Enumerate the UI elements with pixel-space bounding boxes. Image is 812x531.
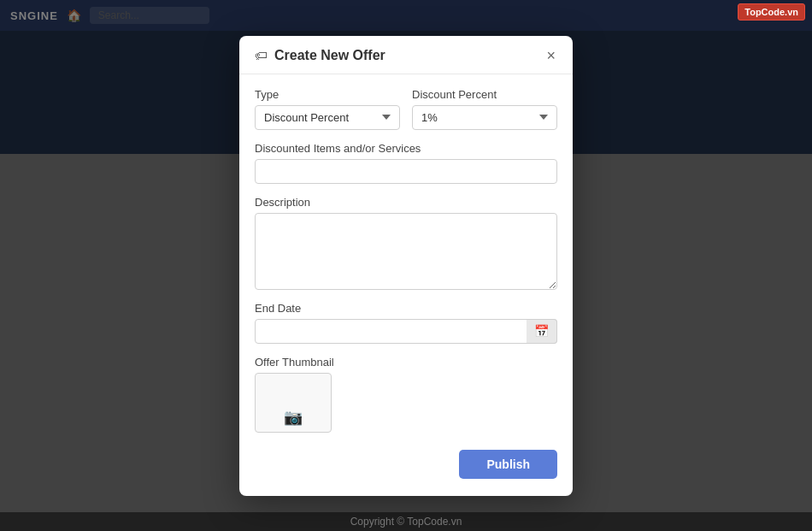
end-date-input-wrapper: 📅 <box>255 319 557 344</box>
discounted-items-group: Discounted Items and/or Services <box>255 142 557 184</box>
end-date-group: End Date 📅 <box>255 302 557 344</box>
tag-icon: 🏷 <box>255 48 268 62</box>
description-textarea[interactable] <box>255 213 557 290</box>
calendar-button[interactable]: 📅 <box>527 319 557 344</box>
offer-thumbnail-group: Offer Thumbnail 📷 <box>255 356 557 433</box>
end-date-label: End Date <box>255 302 557 315</box>
create-offer-modal: 🏷 Create New Offer × Type Discount Perce… <box>239 36 573 496</box>
topcode-logo: TopCode.vn <box>738 3 805 21</box>
modal-header: 🏷 Create New Offer × <box>239 36 573 74</box>
calendar-icon: 📅 <box>534 324 549 338</box>
end-date-input[interactable] <box>255 319 557 344</box>
type-select[interactable]: Discount Percent Fixed Amount Free Item <box>255 105 400 130</box>
offer-thumbnail-label: Offer Thumbnail <box>255 356 557 369</box>
modal-body: Type Discount Percent Fixed Amount Free … <box>239 74 573 433</box>
type-group: Type Discount Percent Fixed Amount Free … <box>255 88 400 130</box>
modal-title: Create New Offer <box>274 48 385 63</box>
discount-percent-label: Discount Percent <box>412 88 557 101</box>
camera-icon: 📷 <box>284 408 303 427</box>
modal-footer: Publish <box>239 436 573 479</box>
modal-title-area: 🏷 Create New Offer <box>255 48 385 63</box>
thumbnail-upload-box[interactable]: 📷 <box>255 373 332 433</box>
discounted-items-label: Discounted Items and/or Services <box>255 142 557 155</box>
publish-button[interactable]: Publish <box>459 450 557 479</box>
modal-overlay: 🏷 Create New Offer × Type Discount Perce… <box>0 0 812 531</box>
discount-percent-group: Discount Percent 1% 5% 10% 15% 20% 25% 5… <box>412 88 557 130</box>
discount-percent-select[interactable]: 1% 5% 10% 15% 20% 25% 50% <box>412 105 557 130</box>
type-discount-row: Type Discount Percent Fixed Amount Free … <box>255 88 557 130</box>
discounted-items-input[interactable] <box>255 159 557 184</box>
type-label: Type <box>255 88 400 101</box>
description-label: Description <box>255 196 557 209</box>
modal-close-button[interactable]: × <box>544 48 557 63</box>
description-group: Description <box>255 196 557 290</box>
